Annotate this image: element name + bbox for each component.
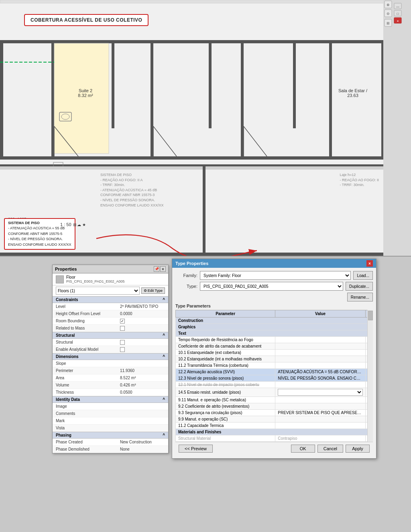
prop-phase-demolished-label: Phase Demolished [56,447,120,451]
svg-rect-6 [51,40,54,159]
param-10-2: 10.2 Estanqueidade (int a molhadas molha… [176,356,275,362]
room-bounding-checkbox[interactable]: ✓ [120,319,125,324]
type-panel-body: Family: System Family: Floor Load... Typ… [172,268,376,458]
value-10-2 [275,356,366,362]
prop-volume-value: 0.426 m³ [120,383,165,387]
load-btn[interactable]: Load... [353,271,373,280]
table-row: 11.2 Transmitância Térmica (cobertura) [176,362,373,369]
value-14-5[interactable] [275,388,366,397]
param-trrf: Tempo Requerido de Resistência ao Fogo [176,337,275,343]
section-text-label: Text ⌃ [176,330,373,337]
floorplan-center-text: SISTEMA DE PISO - REAÇÃO AO FOGO: II A -… [100,172,237,208]
red-box-line4: - NÍVEL DE PRESSÃO SONORA. [8,237,63,241]
svg-rect-5 [0,40,3,160]
rename-btn[interactable]: Rename... [347,293,373,301]
prop-room-bounding-label: Room Bounding [56,319,120,323]
section-graphics-label: Graphics ⌄ [176,324,373,330]
svg-rect-1 [0,0,411,3]
section-phasing: Phasing ^ [53,432,168,439]
prop-image-label: Image [56,404,120,409]
type-panel-close-btn[interactable]: × [366,260,373,267]
panel-pin-btn[interactable]: 📌 [154,266,159,272]
sala-estar-label: Sala de Estar / 23.63 [327,88,379,98]
type-panel-titlebar: Type Properties × [172,259,376,268]
table-header-row: Parameter Value [176,310,373,318]
dropdown-14-5[interactable] [278,389,363,396]
ok-btn[interactable]: OK [291,445,315,453]
constraints-label: Constraints [56,297,78,302]
value-coef [275,343,366,350]
table-scrollbar[interactable] [367,310,373,442]
svg-text:⊕: ⊕ [387,3,390,7]
prop-analytical: Enable Analytical Model [53,346,168,353]
section-construction-label: Construction ⌄ [176,318,373,324]
phasing-arrow: ^ [163,433,165,437]
param-11-2-cap: 11.2 Capacidade Termica [176,423,275,429]
type-params-table: Parameter Value Construction ⌄ Graphics … [175,310,373,442]
identity-label: Identity Data [56,397,80,402]
svg-text:—: — [396,5,399,8]
section-construction: Construction ⌄ [176,318,373,324]
value-9-11 [275,397,366,403]
table-row-highlighted-2: 12.3 Nível de pressão sonora (pisos) NÍV… [176,375,373,382]
section-graphics: Graphics ⌄ [176,324,373,330]
prop-height-offset-label: Height Offset From Level [56,312,120,316]
type-panel-footer: << Preview OK Cancel Apply [175,442,373,455]
type-dropdown[interactable]: PIS_CPI1_E003_PAD1_E002_A005 [200,282,343,291]
room-suite2-label: Suite 2 8.32 m² [59,88,112,98]
prop-image: Image [53,403,168,410]
value-11-2-cap [275,423,366,429]
dimensions-arrow: ^ [163,354,165,359]
section-materials: Materials and Finishes ⌃ [176,429,373,435]
value-12-2: ATENUAÇÃO ACÚSTICA = 55 dB CONFORME [275,369,366,375]
table-row-highlighted-1: 12.2 Atenuação acustica (SVVI) ATENUAÇÃO… [176,369,373,375]
props-object-header: Floor PIS_CPI1_E003_PAD1_E002_A005 [53,273,168,285]
prop-volume-label: Volume [56,383,120,387]
scrollbar-thumb[interactable] [368,311,373,320]
prop-area-value: 8.522 m² [120,376,165,380]
red-box-line5: ENSAIO CONFORME LAUDO XXX/XX [8,243,71,247]
panel-title-icons[interactable]: 📌 × [154,266,166,272]
svg-text:⊖: ⊖ [387,12,390,16]
prop-level: Level 2º PAVIMENTO TIPO [53,303,168,310]
constraints-arrow: ^ [163,297,165,302]
duplicate-btn[interactable]: Duplicate... [346,282,373,291]
props-header-text: Floor PIS_CPI1_E003_PAD1_E002_A005 [66,275,165,283]
table-row: Tempo Requerido de Resistência ao Fogo [176,337,373,343]
analytical-checkbox[interactable] [120,347,125,352]
object-name-label: PIS_CPI1_E003_PAD1_E002_A005 [66,279,165,283]
sala-name: Sala de Estar / [327,88,379,93]
suite2-area: 8.32 m² [59,93,112,98]
prop-thickness: Thickness 0.0500 [53,389,168,396]
floors-dropdown[interactable]: Floors (1) [56,287,140,295]
prop-perimeter: Perimeter 11.9360 [53,367,168,374]
dimensions-label: Dimensions [56,354,79,359]
preview-btn[interactable]: << Preview [179,445,213,453]
param-structural-material: Structural Material [176,435,275,442]
param-12-3: 12.3 Nível de pressão sonora (pisos) [176,375,275,382]
prop-area: Area 8.522 m² [53,374,168,382]
cancel-btn[interactable]: Cancel [317,445,343,453]
prop-phase-created-label: Phase Created [56,440,120,444]
object-type-label: Floor [66,275,165,279]
prop-vista: Vista [53,425,168,432]
table-row: 10.1 Estanqueidade (ext cobertura) [176,350,373,356]
prop-slope: Slope [53,360,168,367]
scale-icons: ⊞ ☁ ★ [73,223,86,227]
param-12-1: 12.1 Nível de ruído de impacto (pisos co… [176,382,275,388]
structural-checkbox[interactable] [120,340,125,345]
prop-structural-label: Structural [56,340,120,344]
suite2-name: Suite 2 [59,88,112,93]
properties-panel-title: Properties [55,267,77,271]
apply-btn[interactable]: Apply [346,445,370,453]
family-dropdown[interactable]: System Family: Floor [200,271,351,280]
table-row: 10.2 Estanqueidade (int a molhadas molha… [176,356,373,362]
prop-phase-demolished-value: None [120,447,165,451]
value-structural-material: Contrapiso [275,435,366,442]
prop-perimeter-label: Perimeter [56,368,120,373]
related-mass-checkbox[interactable] [120,326,125,331]
section-text: Text ⌃ [176,330,373,337]
svg-text:×: × [397,19,399,23]
edit-type-btn[interactable]: ⚙ Edit Type [141,287,165,294]
panel-close-btn[interactable]: × [160,266,166,272]
